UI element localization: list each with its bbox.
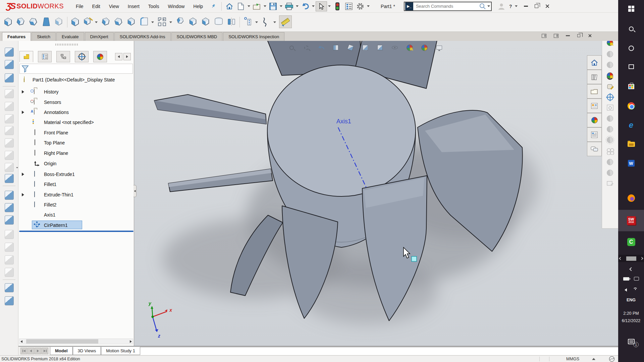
language-indicator[interactable]: ENG (618, 298, 644, 302)
status-tag-icon[interactable] (609, 356, 615, 362)
search-icon[interactable] (479, 3, 486, 10)
select-dropdown[interactable] (328, 5, 331, 7)
close-icon[interactable] (542, 4, 553, 8)
new-document-dropdown[interactable] (248, 5, 250, 7)
task-pane-home-icon[interactable] (587, 55, 602, 70)
draft-icon[interactable] (188, 16, 199, 27)
cortana-icon[interactable] (618, 40, 644, 56)
tab-solidworks-mbd[interactable]: SOLIDWORKS MBD (171, 32, 223, 41)
left-tool-2-icon[interactable] (5, 60, 14, 69)
tree-item-material[interactable]: Material <not specified> (18, 118, 134, 127)
view-palette-icon[interactable] (587, 99, 602, 113)
menu-insert[interactable]: Insert (123, 0, 144, 13)
menu-edit[interactable]: Edit (88, 0, 105, 13)
left-tool-dropdown[interactable] (16, 167, 18, 169)
firefox-icon[interactable] (618, 190, 644, 206)
minimize-icon[interactable] (521, 6, 531, 7)
properties-icon[interactable] (344, 1, 354, 11)
boundary-boss-icon[interactable] (54, 16, 64, 27)
previous-view-icon[interactable] (316, 43, 326, 52)
curves-icon[interactable] (261, 16, 272, 27)
scroll-right-icon[interactable] (130, 340, 132, 343)
save-icon[interactable] (268, 1, 278, 11)
task-view-icon[interactable] (618, 59, 644, 75)
open-dropdown[interactable] (264, 5, 266, 7)
search-dropdown[interactable] (487, 5, 490, 7)
battery-icon[interactable] (623, 277, 629, 281)
annotation-view-icon[interactable] (346, 43, 355, 52)
tab-sketch[interactable]: Sketch (32, 32, 56, 41)
tree-item-cirpattern1[interactable]: CirPattern1 (18, 221, 134, 230)
scrollbar-thumb[interactable] (26, 339, 98, 344)
tree-item-front-plane[interactable]: Front Plane (18, 128, 134, 137)
forum-icon[interactable] (587, 142, 602, 156)
windows-search-icon[interactable] (618, 21, 644, 37)
menu-help[interactable]: Help (189, 0, 207, 13)
tree-item-fillet1[interactable]: Fillet1 (18, 180, 134, 189)
search-commands-box[interactable]: ▶_ (404, 2, 492, 11)
left-tool-3-icon[interactable] (5, 73, 14, 82)
units-dropdown-icon[interactable] (592, 358, 595, 360)
tab-dimxpert[interactable]: DimXpert (85, 32, 114, 41)
wrap-icon[interactable] (213, 16, 224, 27)
taskbar-scrollbar[interactable] (618, 255, 644, 262)
left-tool-12-icon[interactable] (5, 191, 14, 200)
microsoft-store-icon[interactable] (618, 78, 644, 95)
file-explorer-icon[interactable] (618, 136, 644, 152)
tab-scroll-prev[interactable] (28, 348, 34, 354)
apply-scene-icon[interactable] (420, 43, 429, 52)
action-center-icon[interactable] (618, 334, 644, 350)
linear-pattern-icon[interactable] (157, 16, 168, 27)
cast-screen-icon[interactable] (634, 277, 639, 281)
tree-horizontal-scrollbar[interactable] (19, 339, 133, 344)
solidworks-2018-icon[interactable]: SW2018 (618, 213, 644, 229)
fillet-icon[interactable] (139, 16, 150, 27)
fillet-dropdown[interactable] (151, 21, 154, 23)
edge-icon[interactable]: e (618, 117, 644, 133)
tree-item-sensors[interactable]: Sensors (18, 98, 134, 107)
configurationmanager-tab[interactable] (56, 51, 70, 62)
scroll-left-icon[interactable] (20, 340, 22, 343)
options-gear-icon[interactable] (355, 1, 365, 11)
hide-show-items-icon[interactable] (390, 43, 399, 52)
tree-item-axis1[interactable]: Axis1 (18, 210, 134, 219)
left-tool-14-icon[interactable] (5, 216, 14, 225)
pane-display-icon[interactable] (542, 34, 546, 38)
tree-item-top-plane[interactable]: Top Plane (18, 138, 134, 147)
expand-arrow-icon[interactable] (22, 173, 24, 176)
view-orientation-icon[interactable] (361, 43, 370, 52)
zoom-to-fit-icon[interactable] (287, 43, 296, 52)
left-tool-13-icon[interactable] (5, 203, 14, 212)
extruded-boss-icon[interactable] (3, 16, 13, 27)
hole-wizard-icon[interactable] (83, 16, 93, 27)
extruded-cut-icon[interactable] (70, 16, 80, 27)
curves-dropdown[interactable] (273, 21, 276, 23)
help-icon[interactable]: ? (507, 0, 514, 13)
tree-item-annotations[interactable]: A Annotations (18, 108, 134, 117)
tab-scroll-last[interactable] (42, 348, 48, 354)
login-user-icon[interactable] (496, 1, 506, 11)
help-dropdown[interactable] (515, 5, 518, 7)
dimxpertmanager-tab[interactable] (75, 51, 89, 62)
select-cursor-icon[interactable] (316, 1, 327, 11)
instant3d-icon[interactable] (279, 15, 292, 28)
edit-appearance-icon[interactable] (607, 41, 613, 46)
mirror-icon[interactable] (226, 16, 237, 27)
clock-time[interactable]: 2:20 PM (618, 311, 644, 316)
tree-root[interactable]: Part1 (Default<<Default>_Display State (18, 75, 134, 84)
menu-view[interactable]: View (105, 0, 123, 13)
undo-dropdown[interactable] (312, 5, 315, 7)
rebuild-icon[interactable] (332, 1, 342, 11)
doc-minimize-icon[interactable] (566, 35, 570, 36)
clock-date[interactable]: 6/12/2022 (618, 318, 644, 323)
hole-wizard-dropdown[interactable] (95, 21, 98, 23)
tree-item-history[interactable]: History (18, 87, 134, 96)
restore-icon[interactable] (531, 4, 542, 8)
propertymanager-tab[interactable] (38, 51, 52, 62)
revolved-cut-icon[interactable] (101, 16, 111, 27)
tab-motion-study-1[interactable]: Motion Study 1 (101, 347, 140, 355)
reference-geometry-icon[interactable] (243, 16, 254, 27)
tab-features[interactable]: Features (2, 32, 31, 41)
wifi-icon[interactable] (633, 288, 638, 292)
tab-scroll-first[interactable] (20, 348, 27, 354)
